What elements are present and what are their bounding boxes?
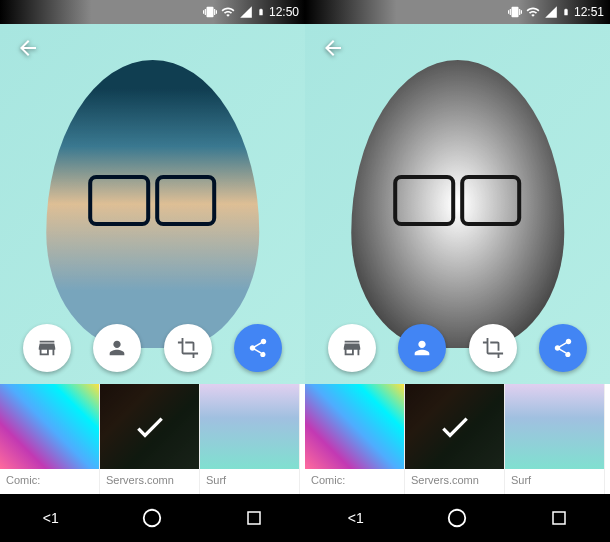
filter-label: Servers.comn [100,469,199,494]
person-button[interactable] [398,324,446,372]
check-icon [130,407,170,447]
circle-icon [446,507,468,529]
nav-bar: <1 [0,494,305,542]
store-icon [36,337,58,359]
header [8,28,48,68]
share-button[interactable] [234,324,282,372]
circle-icon [141,507,163,529]
glasses-icon [393,175,521,218]
person-icon [411,337,433,359]
filter-thumb [0,384,99,469]
battery-icon [562,5,570,19]
filter-surf[interactable]: Surf [200,384,300,494]
filter-label: Surf [505,469,604,494]
filter-thumb [505,384,604,469]
battery-icon [257,5,265,19]
header [313,28,353,68]
status-bar: 12:51 [305,0,610,24]
glasses-icon [88,175,216,218]
crop-icon [482,337,504,359]
status-time: 12:51 [574,5,604,19]
svg-rect-3 [553,512,565,524]
person-icon [106,337,128,359]
svg-rect-1 [248,512,260,524]
wifi-icon [221,5,235,19]
svg-point-0 [144,510,161,527]
square-icon [550,509,568,527]
filter-thumb [405,384,504,469]
filter-strip[interactable]: Comic: Servers.comn Surf [305,384,610,494]
store-button[interactable] [23,324,71,372]
store-button[interactable] [328,324,376,372]
filter-label: Servers.comn [405,469,504,494]
signal-icon [239,5,253,19]
filter-label: Comic: [0,469,99,494]
crop-icon [177,337,199,359]
filter-thumb [305,384,404,469]
crop-button[interactable] [469,324,517,372]
nav-home[interactable] [132,498,172,538]
right-screen: 12:51 Comic: Servers.comn S [305,0,610,542]
filter-thumb [200,384,299,469]
nav-recent[interactable] [539,498,579,538]
filter-comic[interactable]: Comic: [0,384,100,494]
nav-back[interactable]: <1 [31,498,71,538]
wifi-icon [526,5,540,19]
crop-button[interactable] [164,324,212,372]
vibrate-icon [203,5,217,19]
filter-surf[interactable]: Surf [505,384,605,494]
nav-bar: <1 [305,494,610,542]
back-button[interactable] [313,28,353,68]
filter-label: Comic: [305,469,404,494]
arrow-back-icon [16,36,40,60]
action-row [0,324,305,372]
filter-servers[interactable]: Servers.comn [405,384,505,494]
portrait-painted [46,60,260,348]
action-row [305,324,610,372]
status-bar: 12:50 [0,0,305,24]
arrow-back-icon [321,36,345,60]
square-icon [245,509,263,527]
filter-servers[interactable]: Servers.comn [100,384,200,494]
filter-strip[interactable]: Comic: Servers.comn Surf [0,384,305,494]
nav-recent[interactable] [234,498,274,538]
filter-thumb [100,384,199,469]
left-screen: 12:50 Comic: Servers.comn S [0,0,305,542]
status-time: 12:50 [269,5,299,19]
back-button[interactable] [8,28,48,68]
signal-icon [544,5,558,19]
photo-preview [305,24,610,384]
nav-back-label: <1 [348,510,364,526]
check-icon [435,407,475,447]
filter-comic[interactable]: Comic: [305,384,405,494]
store-icon [341,337,363,359]
nav-home[interactable] [437,498,477,538]
nav-back[interactable]: <1 [336,498,376,538]
person-button[interactable] [93,324,141,372]
filter-label: Surf [200,469,299,494]
portrait-bw [351,60,565,348]
photo-preview [0,24,305,384]
nav-back-label: <1 [43,510,59,526]
share-icon [552,337,574,359]
share-icon [247,337,269,359]
share-button[interactable] [539,324,587,372]
svg-point-2 [449,510,466,527]
vibrate-icon [508,5,522,19]
